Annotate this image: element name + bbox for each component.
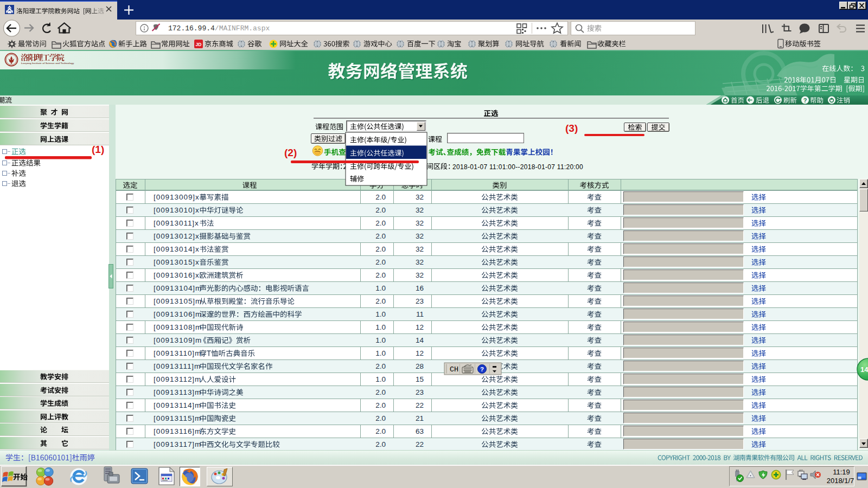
svg-text:(3): (3) (565, 123, 578, 134)
svg-text:(2): (2) (284, 147, 297, 158)
